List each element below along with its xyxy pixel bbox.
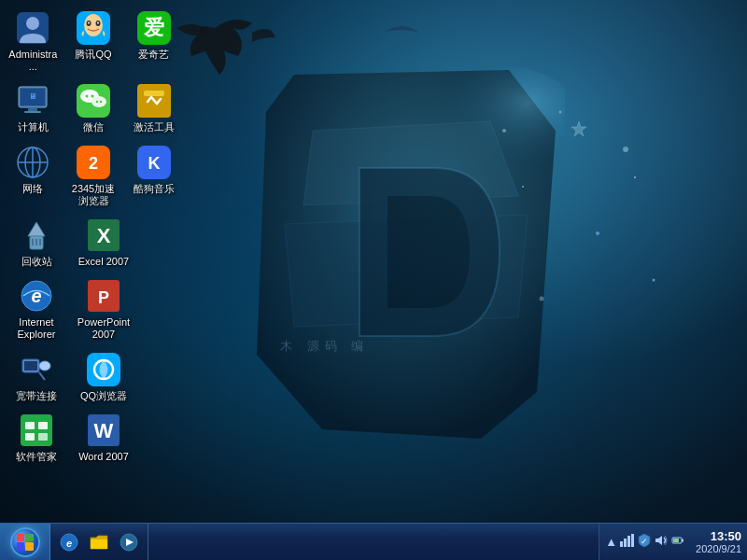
svg-rect-53 xyxy=(39,361,50,371)
svg-text:2: 2 xyxy=(89,154,98,173)
icon-administrator[interactable]: Administra... xyxy=(4,6,63,77)
svg-point-15 xyxy=(88,22,90,24)
icon-broadband[interactable]: 宽带连接 xyxy=(4,347,69,406)
svg-point-12 xyxy=(84,14,103,36)
svg-text:e: e xyxy=(66,538,72,549)
svg-point-10 xyxy=(26,17,39,30)
quicklaunch-folder[interactable] xyxy=(86,529,112,555)
svg-point-29 xyxy=(96,101,98,103)
icon-iqiyi[interactable]: 爱 爱奇艺 xyxy=(124,6,183,77)
svg-rect-57 xyxy=(21,414,52,446)
svg-point-26 xyxy=(86,95,89,98)
icon-activate-label: 激活工具 xyxy=(134,121,175,133)
icon-qq-label: 腾讯QQ xyxy=(75,49,111,61)
icon-excel-label: Excel 2007 xyxy=(78,256,129,268)
svg-rect-74 xyxy=(673,539,679,542)
svg-point-7 xyxy=(540,297,544,301)
svg-point-2 xyxy=(559,111,562,114)
svg-rect-70 xyxy=(627,536,630,547)
icon-softmgr[interactable]: 软件管家 xyxy=(4,408,69,467)
icon-wechat-label: 微信 xyxy=(83,121,104,133)
svg-point-8 xyxy=(634,176,636,178)
tray-network-icon[interactable] xyxy=(620,534,635,550)
icon-word[interactable]: W Word 2007 xyxy=(71,408,136,467)
svg-text:🖥: 🖥 xyxy=(29,91,37,101)
icon-kugou-label: 酷狗音乐 xyxy=(134,183,175,195)
icon-computer-label: 计算机 xyxy=(18,121,49,133)
svg-rect-60 xyxy=(25,433,35,441)
svg-point-4 xyxy=(522,186,524,188)
svg-point-5 xyxy=(596,231,599,235)
svg-point-6 xyxy=(653,279,655,282)
svg-text:✓: ✓ xyxy=(641,537,648,546)
icon-administrator-label: Administra... xyxy=(7,49,59,73)
svg-rect-75 xyxy=(682,539,684,542)
icon-recycle-label: 回收站 xyxy=(21,256,52,268)
tray-security-icon[interactable]: ✓ xyxy=(638,533,651,551)
svg-point-30 xyxy=(100,101,102,103)
svg-rect-69 xyxy=(624,539,627,547)
system-tray: ▲ ✓ xyxy=(599,524,747,560)
svg-rect-59 xyxy=(38,422,48,429)
tray-power-icon[interactable] xyxy=(671,534,684,550)
svg-rect-21 xyxy=(28,107,37,111)
icon-wechat[interactable]: 微信 xyxy=(64,78,123,137)
icon-word-label: Word 2007 xyxy=(78,451,129,463)
desktop-icons-area: Administra... 腾讯QQ xyxy=(0,0,187,523)
taskbar: e ▲ xyxy=(0,523,747,560)
icon-ie[interactable]: e Internet Explorer xyxy=(4,273,69,344)
icon-softmgr-label: 软件管家 xyxy=(16,451,57,463)
clock-date: 2020/9/21 xyxy=(696,543,741,554)
start-button[interactable] xyxy=(0,524,50,561)
icon-ppt[interactable]: P PowerPoint 2007 xyxy=(71,273,136,344)
svg-rect-32 xyxy=(144,91,164,96)
svg-text:爱: 爱 xyxy=(144,16,164,39)
svg-rect-68 xyxy=(620,541,623,547)
clock-time: 13:50 xyxy=(711,529,741,543)
svg-point-28 xyxy=(92,96,106,107)
icon-broadband-label: 宽带连接 xyxy=(16,390,57,402)
svg-point-27 xyxy=(92,95,94,98)
quicklaunch-ie[interactable]: e xyxy=(56,529,82,555)
icon-qq[interactable]: 腾讯QQ xyxy=(64,6,123,77)
icon-ppt-label: PowerPoint 2007 xyxy=(75,316,133,341)
desktop: 木 源码 编 Administra... xyxy=(0,0,747,560)
svg-point-0 xyxy=(406,65,565,215)
svg-text:X: X xyxy=(97,224,111,247)
svg-rect-22 xyxy=(24,111,41,113)
icon-activate[interactable]: 激活工具 xyxy=(124,78,183,137)
svg-line-54 xyxy=(39,372,45,380)
svg-point-1 xyxy=(502,129,506,133)
svg-point-16 xyxy=(97,22,99,24)
icon-2345browser-label: 2345加速浏览器 xyxy=(68,183,120,207)
icon-ie-label: Internet Explorer xyxy=(7,316,65,341)
watermark: 木 源码 编 xyxy=(280,338,369,355)
svg-rect-58 xyxy=(25,422,35,429)
tray-sound-icon[interactable] xyxy=(654,534,669,550)
tray-icons-area: ▲ ✓ xyxy=(605,533,684,551)
icon-kugou[interactable]: K 酷狗音乐 xyxy=(124,140,183,211)
svg-text:P: P xyxy=(98,288,109,307)
icon-recycle[interactable]: 回收站 xyxy=(4,213,69,272)
svg-rect-71 xyxy=(631,534,634,547)
svg-text:e: e xyxy=(31,286,41,306)
icon-computer[interactable]: 🖥 计算机 xyxy=(4,78,63,137)
icon-2345browser[interactable]: 2 2345加速浏览器 xyxy=(64,140,123,211)
svg-text:W: W xyxy=(94,419,114,442)
quick-launch-area: e xyxy=(50,524,148,560)
svg-text:K: K xyxy=(148,154,160,173)
tray-show-hidden[interactable]: ▲ xyxy=(605,535,617,549)
svg-rect-61 xyxy=(38,433,48,441)
icon-network[interactable]: 网络 xyxy=(4,140,63,211)
icon-network-label: 网络 xyxy=(22,183,43,195)
svg-rect-52 xyxy=(24,361,37,371)
windows-logo xyxy=(17,534,34,551)
quicklaunch-media[interactable] xyxy=(116,529,142,555)
svg-point-3 xyxy=(623,147,628,152)
clock-area[interactable]: 13:50 2020/9/21 xyxy=(690,529,741,554)
start-orb xyxy=(10,527,40,557)
icon-qqbrowser[interactable]: QQ浏览器 xyxy=(71,347,136,406)
icon-excel[interactable]: X Excel 2007 xyxy=(71,213,136,272)
icon-iqiyi-label: 爱奇艺 xyxy=(138,49,169,61)
icon-qqbrowser-label: QQ浏览器 xyxy=(80,390,127,402)
